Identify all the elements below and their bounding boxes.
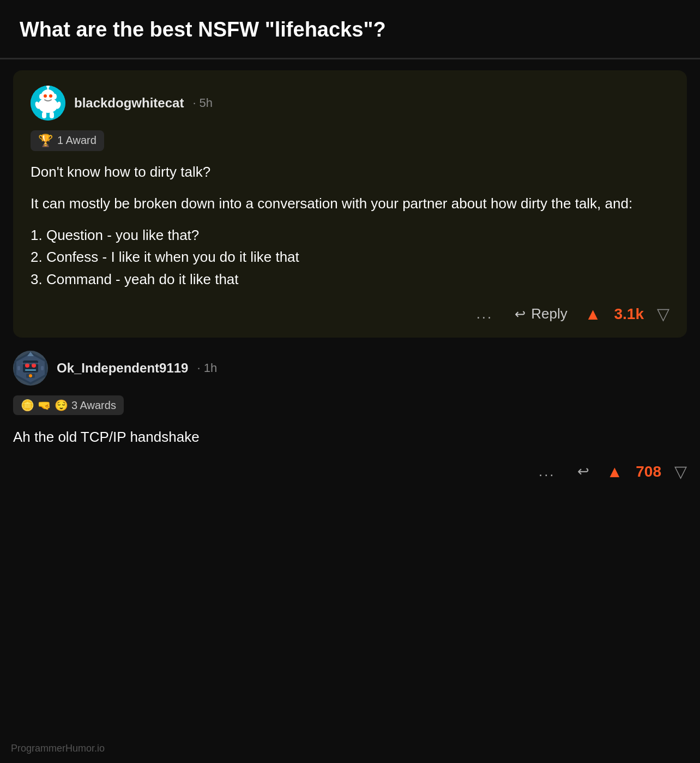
reply-label-1: Reply xyxy=(531,305,567,322)
time-2: · 1h xyxy=(197,361,217,375)
svg-point-24 xyxy=(29,374,32,377)
award-count-1: 1 Award xyxy=(57,134,96,147)
time-1: · 5h xyxy=(192,96,213,110)
title-divider xyxy=(0,58,700,59)
upvote-icon-1[interactable]: ▲ xyxy=(585,305,601,323)
svg-point-6 xyxy=(49,94,52,98)
awards-count-2: 3 Awards xyxy=(71,399,116,412)
award-badge-1: 🏆 1 Award xyxy=(31,130,104,151)
svg-rect-21 xyxy=(17,366,20,370)
reply-comment-2: Ok_Independent9119 · 1h 🪙 🤜 😌 3 Awards A… xyxy=(0,345,700,493)
award-icon-s: 🪙 xyxy=(21,399,34,412)
body-text-2: Ah the old TCP/IP handshake xyxy=(13,426,687,448)
body-line-2: It can mostly be broken down into a conv… xyxy=(31,193,669,214)
more-button-2[interactable]: ... xyxy=(534,461,560,482)
username-2: Ok_Independent9119 xyxy=(57,361,188,376)
comment-actions-1: ... ↩ Reply ▲ 3.1k ▽ xyxy=(31,303,669,325)
svg-rect-19 xyxy=(25,369,36,371)
reply-arrow-2[interactable]: ↩ xyxy=(573,461,594,482)
svg-point-7 xyxy=(39,94,43,99)
vote-count-2: 708 xyxy=(636,463,661,480)
svg-rect-22 xyxy=(41,366,44,370)
downvote-icon-2[interactable]: ▽ xyxy=(674,462,687,481)
svg-rect-10 xyxy=(50,112,54,118)
upvote-icon-2[interactable]: ▲ xyxy=(607,462,623,481)
watermark: ProgrammerHumor.io xyxy=(11,743,105,754)
page-title: What are the best NSFW "lifehacks"? xyxy=(0,0,700,58)
reply-arrow-icon-2: ↩ xyxy=(577,463,589,480)
body-line-3: 1. Question - you like that?2. Confess -… xyxy=(31,224,669,290)
comment-actions-2: ... ↩ ▲ 708 ▽ xyxy=(13,461,687,482)
more-button-1[interactable]: ... xyxy=(472,303,498,325)
downvote-icon-1[interactable]: ▽ xyxy=(657,304,669,323)
username-1: blackdogwhitecat xyxy=(74,95,184,111)
body-line-1: Don't know how to dirty talk? xyxy=(31,161,669,183)
svg-rect-18 xyxy=(22,363,39,364)
comment-header-1: blackdogwhitecat · 5h xyxy=(31,86,669,121)
awards-badge-2: 🪙 🤜 😌 3 Awards xyxy=(13,395,124,415)
svg-point-2 xyxy=(41,89,55,104)
svg-rect-9 xyxy=(42,112,46,118)
comment-body-2: Ah the old TCP/IP handshake xyxy=(13,426,687,448)
award-icon-2: 🤜 xyxy=(38,399,51,412)
reply-button-1[interactable]: ↩ Reply xyxy=(510,303,571,325)
vote-count-1: 3.1k xyxy=(614,305,644,323)
comment-body-1: Don't know how to dirty talk? It can mos… xyxy=(31,161,669,290)
avatar-1 xyxy=(31,86,65,121)
comment-header-2: Ok_Independent9119 · 1h xyxy=(13,351,687,386)
award-icon-3: 😌 xyxy=(55,399,68,412)
svg-point-5 xyxy=(44,94,47,98)
reply-arrow-icon-1: ↩ xyxy=(515,307,526,322)
avatar-2 xyxy=(13,351,48,386)
comment-card-1: blackdogwhitecat · 5h 🏆 1 Award Don't kn… xyxy=(13,70,687,338)
award-star-icon: 🏆 xyxy=(38,134,53,148)
svg-point-8 xyxy=(53,94,57,99)
